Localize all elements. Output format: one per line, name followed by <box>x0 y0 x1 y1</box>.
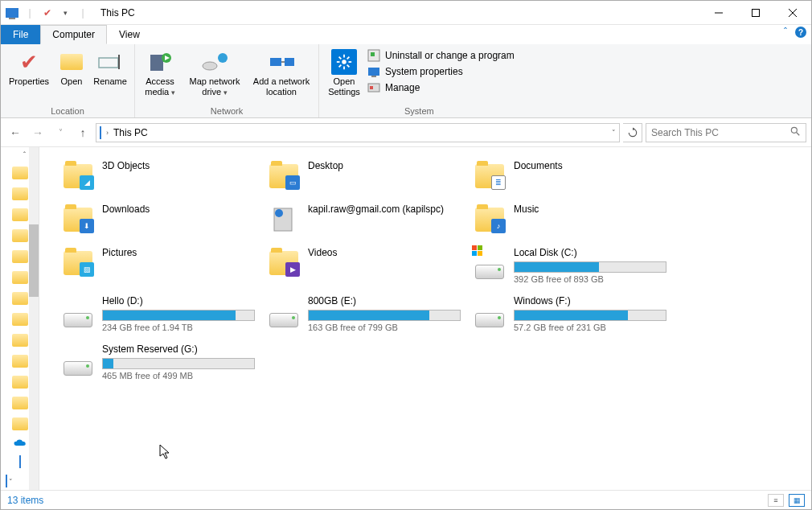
rename-button[interactable]: Rename <box>91 46 129 87</box>
search-icon <box>789 125 801 139</box>
help-icon[interactable]: ? <box>795 27 806 38</box>
details-view-button[interactable]: ≡ <box>768 494 784 507</box>
folder-icon: ⬇ <box>62 204 94 236</box>
tree-folder-icon[interactable] <box>12 229 28 242</box>
minimize-button[interactable] <box>700 1 737 25</box>
group-network: Access media ▾ Map network drive ▾ Add a… <box>135 44 319 117</box>
up-button[interactable]: ↑ <box>73 123 92 142</box>
svg-point-8 <box>203 62 217 70</box>
tiles-view-button[interactable]: ▦ <box>789 494 805 507</box>
tab-computer[interactable]: Computer <box>40 25 107 44</box>
forward-button[interactable]: → <box>28 123 47 142</box>
properties-icon: ✔ <box>16 49 42 75</box>
tree-folder-icon[interactable] <box>12 292 28 305</box>
tree-folder-icon[interactable] <box>12 167 28 179</box>
search-box[interactable]: Search This PC <box>646 123 806 142</box>
folder-item[interactable]: kapil.raw@gmail.com (kapilspc) <box>268 200 474 244</box>
open-button[interactable]: Open <box>55 46 88 87</box>
body: ˆ ˅ ◢3D Objects▭Desktop≣Documents⬇Downlo… <box>1 147 811 490</box>
tree-scroll-thumb[interactable] <box>29 224 39 297</box>
chevron-right-icon[interactable]: › <box>106 129 109 137</box>
drive-item[interactable]: 800GB (E:)163 GB free of 799 GB <box>268 292 474 340</box>
item-count: 13 items <box>7 495 43 506</box>
folder-item[interactable]: ≣Documents <box>474 157 679 200</box>
tree-folder-icon[interactable] <box>12 208 28 221</box>
folder-item[interactable]: ▧Pictures <box>62 244 268 292</box>
tree-folder-icon[interactable] <box>12 250 28 263</box>
ribbon: ✔ Properties Open Rename Location Acce <box>1 44 811 118</box>
folder-item[interactable]: ▶Videos <box>268 244 474 292</box>
folder-item[interactable]: ♪Music <box>474 200 679 244</box>
drive-name: Hello (D:) <box>102 295 263 306</box>
drive-icon <box>474 295 506 327</box>
drive-usage-bar <box>102 358 255 369</box>
qat-sep2: | <box>76 6 89 19</box>
tree-scrollbar[interactable] <box>29 147 39 490</box>
folder-item[interactable]: ▭Desktop <box>268 157 474 200</box>
svg-line-19 <box>347 65 350 68</box>
tab-file[interactable]: File <box>1 25 40 44</box>
collapse-ribbon-icon[interactable]: ˆ <box>784 27 787 38</box>
open-settings-label: Open Settings <box>324 76 364 97</box>
folder-icon: ▶ <box>268 247 300 279</box>
folder-icon: ≣ <box>474 160 506 192</box>
svg-point-13 <box>342 60 347 64</box>
drive-item[interactable]: Local Disk (C:)392 GB free of 893 GB <box>474 244 679 292</box>
drive-icon <box>62 343 94 376</box>
group-location-label: Location <box>51 105 84 117</box>
tree-folder-icon[interactable] <box>12 417 28 430</box>
manage-button[interactable]: Manage <box>367 81 515 94</box>
close-button[interactable] <box>774 1 811 25</box>
window-controls <box>700 1 811 25</box>
open-label: Open <box>61 76 83 87</box>
drive-free-text: 392 GB free of 893 GB <box>514 274 675 284</box>
maximize-button[interactable] <box>737 1 774 25</box>
refresh-button[interactable] <box>623 123 642 142</box>
tree-folder-icon[interactable] <box>12 397 28 409</box>
this-pc-tree-icon[interactable] <box>19 456 21 467</box>
address-dropdown-icon[interactable]: ˅ <box>612 129 616 137</box>
svg-rect-30 <box>472 245 477 250</box>
tree-folder-icon[interactable] <box>12 334 28 347</box>
uninstall-button[interactable]: Uninstall or change a program <box>367 49 515 62</box>
folders-section: ◢3D Objects▭Desktop≣Documents⬇Downloadsk… <box>62 157 805 292</box>
drive-free-text: 57.2 GB free of 231 GB <box>514 323 675 332</box>
properties-qat-icon[interactable]: ✔ <box>41 6 54 19</box>
properties-button[interactable]: ✔ Properties <box>6 46 52 87</box>
tree-folder-icon[interactable] <box>12 271 28 284</box>
status-bar: 13 items ≡ ▦ <box>1 490 811 509</box>
folder-item[interactable]: ⬇Downloads <box>62 200 268 244</box>
open-settings-button[interactable]: Open Settings <box>324 46 364 97</box>
navigation-pane[interactable]: ˆ ˅ <box>1 147 39 490</box>
drive-item[interactable]: System Reserved (G:)465 MB free of 499 M… <box>62 340 268 389</box>
access-media-button[interactable]: Access media ▾ <box>140 46 180 98</box>
drive-item[interactable]: Windows (F:)57.2 GB free of 231 GB <box>474 292 679 340</box>
folder-name: Desktop <box>308 160 469 171</box>
tree-folder-icon[interactable] <box>12 355 28 368</box>
network-tree-icon[interactable]: ˅ <box>6 475 13 487</box>
tree-folder-icon[interactable] <box>12 313 28 326</box>
tree-collapse-icon[interactable]: ˆ <box>23 150 26 158</box>
tree-folder-icon[interactable] <box>12 187 28 200</box>
svg-rect-6 <box>150 55 163 71</box>
folder-name: Pictures <box>102 247 263 258</box>
map-drive-button[interactable]: Map network drive ▾ <box>183 46 246 98</box>
tab-view[interactable]: View <box>107 25 152 44</box>
system-properties-button[interactable]: System properties <box>367 65 515 78</box>
onedrive-icon[interactable] <box>13 438 27 448</box>
folder-item[interactable]: ◢3D Objects <box>62 157 268 200</box>
content-pane[interactable]: ◢3D Objects▭Desktop≣Documents⬇Downloadsk… <box>39 147 811 490</box>
add-location-button[interactable]: Add a network location <box>249 46 314 97</box>
svg-line-18 <box>339 57 342 60</box>
tree-folder-icon[interactable] <box>12 376 28 389</box>
address-bar[interactable]: › This PC ˅ <box>96 123 620 142</box>
group-system: Open Settings Uninstall or change a prog… <box>319 44 519 117</box>
breadcrumb[interactable]: This PC <box>113 127 148 138</box>
drive-free-text: 163 GB free of 799 GB <box>308 323 469 332</box>
recent-locations-button[interactable]: ˅ <box>51 123 70 142</box>
drive-item[interactable]: Hello (D:)234 GB free of 1.94 TB <box>62 292 268 340</box>
qat-dropdown-icon[interactable]: ▾ <box>59 6 72 19</box>
svg-rect-33 <box>478 251 482 256</box>
back-button[interactable]: ← <box>6 123 25 142</box>
rename-label: Rename <box>93 76 127 87</box>
